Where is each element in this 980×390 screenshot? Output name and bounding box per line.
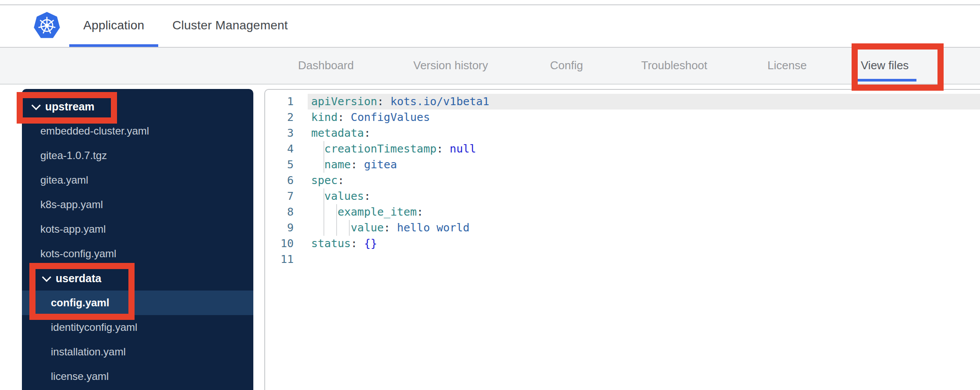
tree-file-k8s-app.yaml[interactable]: k8s-app.yaml [22, 192, 253, 217]
code-line-10: status: {} [311, 236, 377, 252]
app-subnav: DashboardVersion historyConfigTroublesho… [0, 47, 980, 85]
subnav-tab-dashboard[interactable]: Dashboard [290, 48, 362, 82]
file-viewer-editor[interactable]: 1apiVersion: kots.io/v1beta12kind: Confi… [264, 89, 980, 390]
code-line-8: example_item: [311, 204, 423, 220]
tree-item-label: gitea.yaml [40, 174, 88, 186]
subnav-tab-view-files[interactable]: View files [853, 48, 916, 82]
file-tree-sidebar: upstreamembedded-cluster.yamlgitea-1.0.7… [22, 89, 253, 390]
tree-item-label: gitea-1.0.7.tgz [40, 149, 107, 162]
subnav-tab-license[interactable]: License [760, 48, 815, 82]
app-header: ApplicationCluster Management [0, 0, 980, 47]
code-line-1: apiVersion: kots.io/v1beta1 [311, 94, 489, 110]
tree-file-license.yaml[interactable]: license.yaml [22, 364, 253, 389]
primary-tabs: ApplicationCluster Management [69, 5, 302, 47]
tree-file-kots-config.yaml[interactable]: kots-config.yaml [22, 241, 253, 266]
line-number: 7 [265, 188, 294, 204]
line-number: 8 [265, 204, 294, 220]
header-tab-application[interactable]: Application [69, 5, 158, 47]
line-number: 6 [265, 173, 294, 188]
tree-file-identityconfig.yaml[interactable]: identityconfig.yaml [22, 315, 253, 340]
tree-item-label: upstream [45, 100, 95, 113]
tree-folder-userdata[interactable]: userdata [22, 266, 253, 291]
tree-item-label: kots-app.yaml [40, 223, 106, 235]
tree-item-label: kots-config.yaml [40, 248, 116, 260]
tree-item-label: embedded-cluster.yaml [40, 125, 149, 137]
kubernetes-logo-icon [32, 11, 62, 40]
tree-item-label: identityconfig.yaml [51, 321, 137, 333]
tree-item-label: installation.yaml [51, 346, 126, 358]
line-number: 1 [265, 94, 294, 110]
line-number: 11 [265, 252, 294, 267]
line-number: 2 [265, 110, 294, 125]
tree-file-config.yaml[interactable]: config.yaml [22, 291, 253, 315]
chevron-down-icon [42, 273, 51, 282]
code-line-5: name: gitea [311, 157, 397, 173]
kots-admin-console: ApplicationCluster Management DashboardV… [0, 0, 980, 390]
tree-folder-upstream[interactable]: upstream [22, 94, 253, 119]
tree-item-label: config.yaml [51, 297, 109, 309]
tree-item-label: k8s-app.yaml [40, 199, 103, 211]
tree-file-installation.yaml[interactable]: installation.yaml [22, 340, 253, 364]
tree-item-label: userdata [56, 272, 101, 285]
line-number: 9 [265, 220, 294, 236]
line-number: 5 [265, 157, 294, 173]
subnav-tab-config[interactable]: Config [542, 48, 591, 82]
line-number: 4 [265, 141, 294, 157]
tree-file-embedded-cluster.yaml[interactable]: embedded-cluster.yaml [22, 119, 253, 143]
subnav-tab-troubleshoot[interactable]: Troubleshoot [633, 48, 715, 82]
code-line-7: values: [311, 188, 370, 204]
line-number: 10 [265, 236, 294, 252]
header-tab-cluster-management[interactable]: Cluster Management [158, 5, 302, 47]
code-line-3: metadata: [311, 125, 370, 141]
code-line-9: value: hello world [311, 220, 469, 236]
code-line-6: spec: [311, 173, 344, 188]
subnav-tab-version-history[interactable]: Version history [405, 48, 496, 82]
tree-file-kots-app.yaml[interactable]: kots-app.yaml [22, 217, 253, 241]
code-line-2: kind: ConfigValues [311, 110, 430, 125]
chevron-down-icon [32, 101, 41, 110]
tree-file-gitea.yaml[interactable]: gitea.yaml [22, 168, 253, 192]
line-number: 3 [265, 125, 294, 141]
tree-item-label: license.yaml [51, 370, 109, 383]
code-line-4: creationTimestamp: null [311, 141, 476, 157]
tree-file-gitea-1.0.7.tgz[interactable]: gitea-1.0.7.tgz [22, 143, 253, 168]
